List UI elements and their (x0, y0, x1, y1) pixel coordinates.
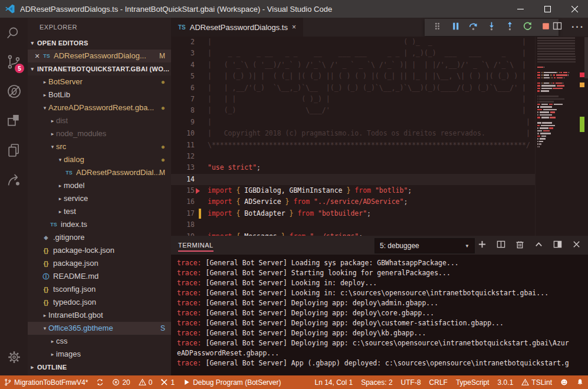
step-out-icon[interactable] (505, 21, 515, 34)
code-editor[interactable]: 2| ( )_ _ |3| _ _ _ __ _ _ __ ___ ___ _ … (171, 37, 588, 236)
status-branch[interactable]: MigrationToBotFmwV4* (0, 375, 92, 389)
status-spaces-2[interactable]: Spaces: 2 (357, 375, 396, 389)
tree-file-package-lock-json[interactable]: {}package-lock.json (28, 244, 171, 257)
code-line[interactable]: 5| | (_) )| | ( (_| |( (_) || ( ) ( ) |(… (171, 71, 588, 82)
status-typescript[interactable]: TypeScript (452, 375, 494, 389)
status-smiley[interactable] (556, 375, 572, 389)
step-into-icon[interactable] (487, 21, 497, 34)
code-line[interactable]: 8| (_) \___/' | (171, 105, 588, 116)
open-editors-header[interactable]: ▾OPEN EDITORS (28, 37, 171, 50)
close-button[interactable] (561, 0, 588, 18)
debug-icon[interactable] (0, 77, 28, 106)
tree-folder-dialog[interactable]: ▾dialog● (28, 153, 171, 166)
tree-folder-model[interactable]: ▸model (28, 179, 171, 192)
minimize-button[interactable] (507, 0, 534, 18)
status-3-0-1[interactable]: 3.0.1 (494, 375, 518, 389)
code-line[interactable]: 2| ( )_ _ | (171, 37, 588, 48)
tree-file-tsconfig-json[interactable]: {}tsconfig.json (28, 283, 171, 296)
outline-header[interactable]: ▸OUTLINE (28, 361, 171, 374)
code-line[interactable]: 13"use strict"; (171, 162, 588, 173)
split-editor-icon[interactable] (553, 21, 562, 33)
tree-folder-office365-gbtheme[interactable]: ▾Office365.gbthemeS (28, 322, 171, 335)
tree-folder-service[interactable]: ▸service (28, 192, 171, 205)
tree-item-label: test (64, 205, 76, 218)
maximize-button[interactable] (534, 0, 561, 18)
code-line[interactable]: 17import { BotAdapter } from "botbuilder… (171, 208, 588, 219)
toggle-panel-icon[interactable] (553, 240, 562, 251)
status-bell[interactable] (572, 375, 588, 389)
play-icon (183, 378, 190, 386)
terminal-output[interactable]: trace: [General Bot Server] Loading sys … (177, 258, 586, 375)
close-panel-icon[interactable] (572, 240, 581, 251)
source-control-icon[interactable]: 5 (0, 47, 28, 77)
status-bar: MigrationToBotFmwV4*2001Debug Program (B… (0, 375, 588, 389)
new-terminal-icon[interactable] (478, 240, 487, 251)
tree-folder-images[interactable]: ▸images (28, 348, 171, 361)
close-tab-icon[interactable]: × (292, 23, 296, 31)
tree-folder-botserver[interactable]: ▸BotServer● (28, 75, 171, 88)
tree-folder-dist[interactable]: ▸dist (28, 114, 171, 127)
minimap[interactable] (535, 37, 578, 236)
status-sync[interactable] (92, 375, 108, 389)
extensions-icon[interactable] (0, 106, 28, 136)
stop-icon[interactable] (541, 21, 551, 34)
tree-file-typedoc-json[interactable]: {}typedoc.json (28, 296, 171, 309)
tree-folder-botlib[interactable]: ▸BotLib (28, 88, 171, 101)
status-crlf[interactable]: CRLF (425, 375, 452, 389)
tree-folder-test[interactable]: ▸test (28, 205, 171, 218)
code-line[interactable]: 4| ( '_`\ ( '__)/'_` ) /'_`\ /' _ ` _ `\… (171, 60, 588, 71)
code-line[interactable]: 3| _ _ _ __ _ _ __ ___ ___ _ _ | ,_)(_) … (171, 48, 588, 59)
settings-gear-icon[interactable] (0, 342, 28, 372)
tree-folder-css[interactable]: ▸css (28, 335, 171, 348)
status-warning[interactable]: TSLint (517, 375, 556, 389)
tree-folder-src[interactable]: ▾src● (28, 140, 171, 153)
tree-item-label: tsconfig.json (53, 283, 96, 296)
code-line[interactable]: 19import { Messages } from "../strings"; (171, 231, 588, 236)
tree-folder-azureadpasswordreset-gba-[interactable]: ▾AzureADPasswordReset.gba...● (28, 101, 171, 114)
pause-icon[interactable] (451, 21, 461, 34)
status-tools[interactable]: 1 (156, 375, 179, 389)
current-code-line[interactable]: 14 (171, 174, 588, 185)
status-error[interactable]: 20 (108, 375, 134, 389)
status-warning[interactable]: 0 (134, 375, 157, 389)
grip-icon[interactable] (432, 21, 442, 34)
tree-file-adresetpassworddial-[interactable]: TSADResetPasswordDial...M (28, 166, 171, 179)
code-line[interactable]: 6| | ,__/'(_) `\__,_)`\__ |(_) (_) (_)`\… (171, 83, 588, 94)
status-play[interactable]: Debug Program (BotServer) (179, 375, 285, 389)
tree-folder-node-modules[interactable]: ▸node_modules (28, 127, 171, 140)
code-line[interactable]: 15import { IGBDialog, GBMinInstance } fr… (171, 185, 588, 196)
share-icon[interactable] (0, 165, 28, 194)
code-line[interactable]: 11\*************************************… (171, 140, 588, 151)
tab-adresetpassworddialogs[interactable]: TS ADResetPasswordDialogs.ts × (171, 18, 303, 37)
terminal-selector-dropdown[interactable]: 5: debuggee▼ (375, 238, 475, 253)
code-line[interactable]: 9| | (171, 117, 588, 128)
split-terminal-icon[interactable] (497, 240, 505, 251)
restart-icon[interactable] (523, 21, 533, 34)
tree-file--gitignore[interactable]: ◆.gitignore (28, 231, 171, 244)
more-actions-icon[interactable]: ··· (571, 22, 584, 32)
tree-file-index-ts[interactable]: TSindex.ts (28, 218, 171, 231)
code-line[interactable]: 18 (171, 219, 588, 230)
tree-file-package-json[interactable]: {}package.json (28, 257, 171, 270)
tree-folder-intranetbot-gbot[interactable]: ▸IntranetBot.gbot (28, 309, 171, 322)
maximize-panel-icon[interactable] (534, 240, 543, 251)
tab-terminal[interactable]: TERMINAL (178, 236, 213, 255)
status-item-label: 3.0.1 (498, 378, 514, 387)
search-icon[interactable] (0, 18, 28, 47)
open-editor-item[interactable]: ✕ TS ADResetPasswordDialog... M (28, 50, 171, 62)
chevron-right-icon: ▸ (49, 348, 56, 361)
step-over-icon[interactable] (468, 21, 478, 34)
kill-terminal-icon[interactable] (515, 240, 524, 251)
code-line[interactable]: 16import { ADService } from "../service/… (171, 196, 588, 207)
status-ln-14-col-1[interactable]: Ln 14, Col 1 (310, 375, 357, 389)
close-icon[interactable]: ✕ (32, 50, 42, 62)
status-utf-8[interactable]: UTF-8 (397, 375, 425, 389)
code-line[interactable]: 12 (171, 151, 588, 162)
json-file-icon: {} (41, 296, 51, 309)
code-line[interactable]: 7| | | ( )_) | | (171, 94, 588, 105)
files-icon[interactable] (0, 136, 28, 165)
workspace-header[interactable]: ▾INTRANETBOTQUICKSTART.GBAI (WO... (28, 62, 171, 75)
tree-file-readme-md[interactable]: ⓘREADME.md (28, 270, 171, 283)
code-line[interactable]: 10| Copyright 2018 (c) pragmatismo.io. T… (171, 128, 588, 139)
editor-scrollbar[interactable] (584, 37, 588, 78)
